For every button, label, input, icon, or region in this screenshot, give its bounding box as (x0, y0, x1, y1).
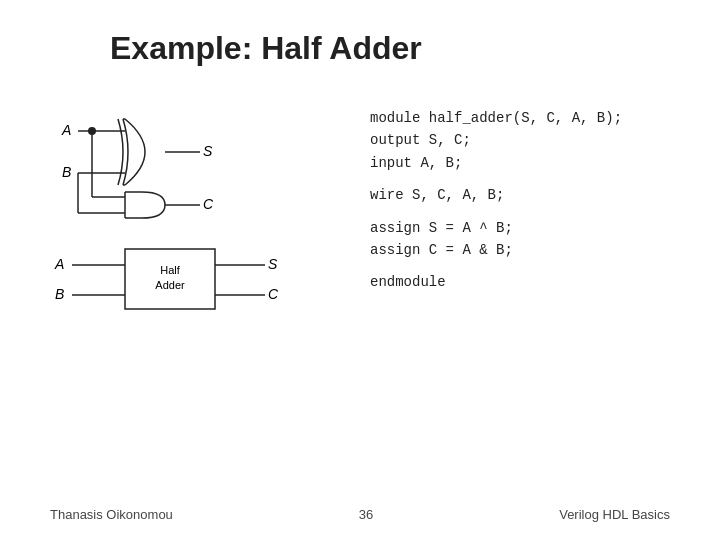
page-title: Example: Half Adder (110, 30, 670, 67)
svg-text:A: A (54, 256, 64, 272)
code-line-3: input A, B; (370, 152, 622, 174)
footer-author: Thanasis Oikonomou (50, 507, 173, 522)
svg-text:Half: Half (160, 264, 181, 276)
content-area: A B (50, 97, 670, 325)
code-line-2: output S, C; (370, 129, 622, 151)
code-line-7: endmodule (370, 271, 622, 293)
gate-diagram-top: A B (50, 97, 330, 221)
gate-diagram-bottom: A B Half Adder S C (50, 241, 330, 325)
code-line-6: assign C = A & B; (370, 239, 622, 261)
footer: Thanasis Oikonomou 36 Verilog HDL Basics (50, 507, 670, 522)
svg-text:B: B (55, 286, 64, 302)
code-line-4: wire S, C, A, B; (370, 184, 622, 206)
svg-text:C: C (203, 196, 214, 212)
svg-text:C: C (268, 286, 279, 302)
svg-text:S: S (203, 143, 213, 159)
svg-text:B: B (62, 164, 71, 180)
footer-course: Verilog HDL Basics (559, 507, 670, 522)
svg-rect-13 (125, 192, 153, 218)
code-line-5: assign S = A ^ B; (370, 217, 622, 239)
svg-text:Adder: Adder (155, 279, 185, 291)
code-area: module half_adder(S, C, A, B); output S,… (370, 97, 622, 294)
code-line-1: module half_adder(S, C, A, B); (370, 107, 622, 129)
diagram-area: A B (50, 97, 330, 325)
svg-text:S: S (268, 256, 278, 272)
footer-page: 36 (359, 507, 373, 522)
svg-text:A: A (61, 122, 71, 138)
slide: Example: Half Adder A B (0, 0, 720, 540)
